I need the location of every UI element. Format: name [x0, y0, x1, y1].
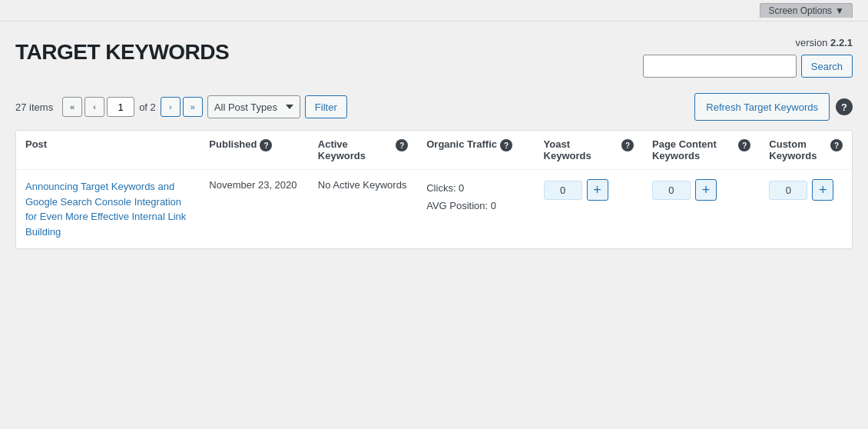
avg-position-label: AVG Position: 0: [426, 197, 525, 214]
custom-help-icon[interactable]: ?: [830, 139, 843, 151]
col-header-organic: Organic Traffic ?: [417, 131, 534, 170]
organic-help-icon[interactable]: ?: [500, 139, 512, 151]
col-header-published: Published ?: [200, 131, 308, 170]
toolbar-right: Refresh Target Keywords ?: [694, 93, 853, 121]
header-right: version 2.2.1 Search: [643, 37, 853, 78]
first-page-button[interactable]: «: [62, 97, 82, 117]
table-header-row: Post Published ? Active Keywords ?: [16, 131, 852, 170]
page-count-value: 0: [652, 181, 691, 200]
help-icon[interactable]: ?: [836, 98, 853, 115]
search-row: Search: [643, 55, 853, 78]
screen-options-label: Screen Options: [768, 5, 832, 16]
col-yoast-label: Yoast Keywords: [544, 138, 618, 161]
col-active-label: Active Keywords: [318, 138, 393, 161]
filter-button[interactable]: Filter: [305, 95, 347, 118]
version-number: 2.2.1: [830, 37, 853, 48]
yoast-counter: 0 +: [544, 179, 634, 201]
organic-traffic-cell: Clicks: 0 AVG Position: 0: [417, 170, 534, 249]
col-header-yoast: Yoast Keywords ?: [535, 131, 643, 170]
of-pages-label: of 2: [139, 101, 156, 113]
search-input[interactable]: [643, 55, 797, 78]
active-help-icon[interactable]: ?: [396, 139, 408, 151]
col-header-page: Page Content Keywords ?: [643, 131, 760, 170]
screen-options-button[interactable]: Screen Options ▼: [760, 3, 853, 18]
post-type-dropdown[interactable]: All Post Types: [207, 95, 300, 118]
version-label: version: [796, 37, 828, 48]
col-header-active: Active Keywords ?: [309, 131, 417, 170]
col-published-label: Published: [209, 138, 257, 150]
yoast-count-value: 0: [544, 181, 582, 200]
published-cell: November 23, 2020: [200, 170, 308, 249]
col-custom-label: Custom Keywords: [769, 138, 827, 161]
next-page-button[interactable]: ›: [161, 97, 181, 117]
custom-count-cell: 0 +: [760, 170, 852, 249]
yoast-count-cell: 0 +: [535, 170, 643, 249]
custom-counter: 0 +: [769, 179, 843, 201]
page-help-icon[interactable]: ?: [738, 139, 750, 151]
header-row: TARGET KEYWORDS version 2.2.1 Search: [15, 37, 853, 78]
col-page-label: Page Content Keywords: [652, 138, 735, 161]
version-info: version 2.2.1: [796, 37, 853, 48]
col-post-label: Post: [25, 138, 47, 150]
pagination: « ‹ of 2 › »: [62, 97, 203, 117]
prev-page-button[interactable]: ‹: [84, 97, 104, 117]
main-content: TARGET KEYWORDS version 2.2.1 Search 27 …: [0, 22, 868, 264]
clicks-label: Clicks: 0: [426, 179, 525, 197]
page-add-button[interactable]: +: [695, 179, 717, 201]
last-page-button[interactable]: »: [183, 97, 203, 117]
toolbar-left: 27 items « ‹ of 2 › » All Post Types Fil…: [15, 95, 347, 118]
col-organic-label: Organic Traffic: [426, 138, 497, 150]
search-button[interactable]: Search: [801, 55, 853, 78]
no-active-keywords-label: No Active Keywords: [318, 179, 407, 191]
top-bar: Screen Options ▼: [0, 0, 868, 22]
yoast-add-button[interactable]: +: [587, 179, 608, 201]
published-help-icon[interactable]: ?: [260, 139, 272, 151]
post-title-cell: Announcing Target Keywords and Google Se…: [16, 170, 200, 249]
page-count-cell: 0 +: [643, 170, 760, 249]
table-row: Announcing Target Keywords and Google Se…: [16, 170, 852, 249]
toolbar-row: 27 items « ‹ of 2 › » All Post Types Fil…: [15, 93, 853, 121]
col-header-post: Post: [16, 131, 200, 170]
post-link[interactable]: Announcing Target Keywords and Google Se…: [25, 181, 186, 238]
page-input[interactable]: [107, 97, 134, 117]
custom-count-value: 0: [769, 181, 807, 200]
screen-options-chevron-icon: ▼: [835, 5, 844, 16]
published-date: November 23, 2020: [209, 179, 297, 191]
keywords-table-container: Post Published ? Active Keywords ?: [15, 130, 853, 249]
yoast-help-icon[interactable]: ?: [621, 139, 634, 151]
custom-add-button[interactable]: +: [812, 179, 833, 201]
active-keywords-cell: No Active Keywords: [309, 170, 417, 249]
page-title: TARGET KEYWORDS: [15, 40, 229, 65]
keywords-table: Post Published ? Active Keywords ?: [16, 131, 852, 248]
items-count: 27 items: [15, 101, 53, 113]
refresh-keywords-button[interactable]: Refresh Target Keywords: [694, 93, 830, 121]
page-counter: 0 +: [652, 179, 750, 201]
col-header-custom: Custom Keywords ?: [760, 131, 852, 170]
